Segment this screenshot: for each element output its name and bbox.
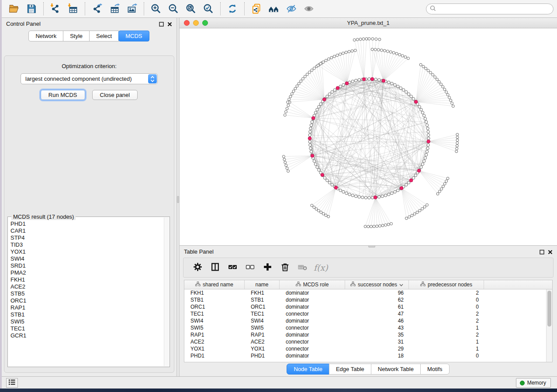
tab-style[interactable]: Style: [63, 31, 90, 41]
table-row[interactable]: ACE2ACE2connector311: [184, 338, 552, 345]
mcds-result-item[interactable]: STP4: [10, 234, 163, 241]
table-row[interactable]: TEC1TEC1connector472: [184, 310, 552, 317]
zoom-in-button[interactable]: [147, 1, 165, 17]
vertical-splitter[interactable]: [176, 18, 180, 376]
hub-node[interactable]: [334, 186, 338, 189]
mcds-result-item[interactable]: YOX1: [10, 248, 163, 255]
table-row[interactable]: PHD1PHD1dominator180: [184, 352, 552, 359]
network-ring-nodes[interactable]: [282, 38, 459, 228]
window-close-light[interactable]: [184, 20, 190, 26]
table-row[interactable]: SWI5SWI5connector431: [184, 324, 552, 331]
hub-node[interactable]: [311, 117, 315, 120]
tab-node-table[interactable]: Node Table: [287, 364, 329, 375]
save-session-button[interactable]: [23, 1, 40, 17]
run-mcds-button[interactable]: Run MCDS: [41, 90, 85, 100]
mcds-result-item[interactable]: PMA2: [10, 269, 163, 276]
column-header-mcds-role[interactable]: MCDS role: [280, 280, 345, 289]
float-panel-icon[interactable]: [159, 21, 164, 28]
window-zoom-light[interactable]: [202, 20, 208, 26]
mcds-result-item[interactable]: GCR1: [10, 332, 163, 339]
table-row[interactable]: FKH1FKH1dominator962: [184, 289, 552, 296]
tab-motifs[interactable]: Motifs: [420, 364, 450, 375]
float-table-panel-icon[interactable]: [540, 248, 544, 256]
mcds-result-item[interactable]: SRD1: [10, 262, 163, 269]
tab-select[interactable]: Select: [89, 31, 119, 41]
mcds-result-item[interactable]: CAR1: [10, 227, 163, 234]
first-neighbors-button[interactable]: [265, 1, 283, 17]
tab-edge-table[interactable]: Edge Table: [329, 364, 371, 375]
hub-node[interactable]: [417, 169, 421, 172]
mcds-result-item[interactable]: ORC1: [10, 297, 163, 304]
close-table-panel-icon[interactable]: [548, 248, 553, 256]
search-box[interactable]: [426, 3, 554, 14]
scrollbar-thumb[interactable]: [547, 291, 551, 327]
mcds-result-item[interactable]: STB5: [10, 290, 163, 297]
column-header-predecessor-nodes[interactable]: predecessor nodes: [409, 280, 484, 289]
hub-node[interactable]: [427, 140, 430, 143]
hub-node[interactable]: [362, 78, 366, 81]
zoom-selected-button[interactable]: [200, 1, 217, 17]
criterion-dropdown[interactable]: largest connected component (undirected): [21, 73, 158, 84]
hub-node[interactable]: [321, 173, 324, 177]
export-image-button[interactable]: [123, 1, 141, 17]
search-input[interactable]: [438, 6, 550, 12]
hub-node[interactable]: [336, 86, 339, 90]
network-graph[interactable]: [180, 28, 557, 245]
hub-node[interactable]: [370, 77, 374, 81]
mcds-result-item[interactable]: RAP1: [10, 304, 163, 311]
table-row[interactable]: YOX1YOX1connector291: [184, 345, 552, 352]
hub-node[interactable]: [308, 137, 311, 140]
column-header-successor-nodes[interactable]: successor nodes: [345, 280, 409, 289]
mcds-result-item[interactable]: TID3: [10, 241, 163, 248]
new-network-from-selection-button[interactable]: [248, 1, 265, 17]
column-visibility-button[interactable]: [207, 260, 223, 275]
hub-node[interactable]: [311, 154, 314, 158]
status-menu-button[interactable]: [6, 378, 18, 388]
memory-button[interactable]: Memory: [516, 378, 551, 388]
mcds-result-item[interactable]: SWI4: [10, 255, 163, 262]
network-canvas[interactable]: [180, 28, 557, 245]
delete-column-button[interactable]: [277, 260, 293, 275]
export-network-button[interactable]: [88, 1, 106, 17]
mcds-result-item[interactable]: FKH1: [10, 276, 163, 283]
table-row[interactable]: STB1STB1dominator620: [184, 296, 552, 303]
refresh-view-button[interactable]: [224, 1, 241, 17]
open-file-button[interactable]: [5, 1, 23, 17]
column-header-name[interactable]: name: [245, 280, 280, 289]
table-row[interactable]: RAP1RAP1dominator352: [184, 331, 552, 338]
mcds-result-item[interactable]: PHD1: [10, 220, 163, 227]
hub-node[interactable]: [374, 196, 377, 199]
close-panel-button[interactable]: Close panel: [92, 90, 138, 100]
hub-node[interactable]: [400, 186, 403, 190]
tab-network[interactable]: Network: [28, 31, 63, 41]
mcds-result-item[interactable]: TEC1: [10, 325, 163, 332]
mcds-result-item[interactable]: ACE2: [10, 283, 163, 290]
hub-node[interactable]: [323, 98, 326, 101]
add-column-button[interactable]: [259, 260, 275, 275]
tab-mcds[interactable]: MCDS: [118, 31, 149, 41]
hub-node[interactable]: [382, 79, 385, 83]
table-row[interactable]: SWI4SWI4dominator462: [184, 317, 552, 324]
hide-selected-button[interactable]: [283, 1, 300, 17]
zoom-fit-button[interactable]: [182, 1, 200, 17]
window-minimize-light[interactable]: [193, 20, 199, 26]
select-all-button[interactable]: [225, 260, 240, 275]
column-header-shared-name[interactable]: shared name: [184, 280, 245, 289]
result-scrollbar[interactable]: [164, 217, 169, 366]
import-table-button[interactable]: [64, 1, 82, 17]
hub-node[interactable]: [345, 82, 349, 85]
hub-node[interactable]: [409, 179, 413, 182]
table-row[interactable]: ORC1ORC1dominator610: [184, 303, 552, 310]
table-vertical-scrollbar[interactable]: [546, 289, 552, 362]
close-panel-icon[interactable]: [167, 21, 172, 28]
mcds-result-item[interactable]: SWI5: [10, 318, 163, 325]
show-all-button[interactable]: [300, 1, 318, 17]
tab-network-table[interactable]: Network Table: [371, 364, 421, 375]
table-settings-button[interactable]: [190, 260, 205, 275]
export-table-button[interactable]: [106, 1, 123, 17]
zoom-out-button[interactable]: [165, 1, 182, 17]
import-network-button[interactable]: [47, 1, 64, 17]
deselect-all-button[interactable]: [242, 260, 258, 275]
splitter-grip[interactable]: [177, 196, 179, 203]
hub-node[interactable]: [414, 100, 418, 103]
